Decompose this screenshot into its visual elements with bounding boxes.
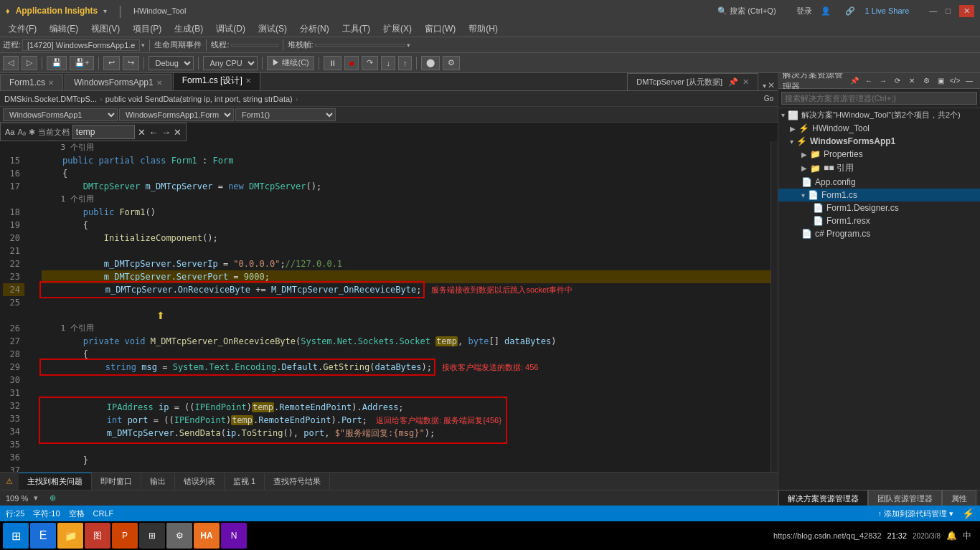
- menu-view[interactable]: 视图(V): [85, 22, 126, 37]
- process-dropdown[interactable]: ▾: [141, 42, 145, 49]
- bottom-tab-watch[interactable]: 监视 1: [225, 473, 265, 490]
- stop-btn[interactable]: ■: [344, 56, 359, 70]
- stack-selector[interactable]: [315, 44, 405, 47]
- se-bottom-tab-props[interactable]: 属性: [942, 490, 976, 506]
- menu-extensions[interactable]: 扩展(X): [377, 22, 418, 37]
- taskbar-ha[interactable]: HA: [194, 523, 220, 549]
- find-close-btn[interactable]: ✕: [138, 127, 146, 138]
- bottom-tab-findsym[interactable]: 查找符号结果: [265, 473, 330, 490]
- nav-namespace-select[interactable]: WindowsFormsApp1: [3, 108, 118, 121]
- redo-btn[interactable]: ↪: [123, 56, 139, 70]
- se-project-wfa[interactable]: ▾ ⚡ WindowsFormsApp1: [778, 135, 980, 148]
- search-box[interactable]: 🔍 搜索 (Ctrl+Q): [717, 6, 776, 16]
- se-sync-icon[interactable]: ⟳: [891, 75, 904, 87]
- tab-form1cs[interactable]: Form1.cs ✕: [0, 74, 63, 90]
- bottom-tab-errors[interactable]: 错误列表: [175, 473, 225, 490]
- menu-build[interactable]: 生成(B): [169, 22, 209, 37]
- breakpoint-btn[interactable]: ⬤: [421, 56, 440, 70]
- menu-test[interactable]: 测试(S): [253, 22, 293, 37]
- menu-project[interactable]: 项目(P): [127, 22, 167, 37]
- bottom-tab-problems[interactable]: 主找到相关问题: [19, 473, 92, 490]
- stack-dropdown[interactable]: ▾: [407, 42, 410, 49]
- back-btn[interactable]: ◁: [3, 56, 19, 70]
- menu-edit[interactable]: 编辑(E): [44, 22, 84, 37]
- se-form1designer[interactable]: 📄 Form1.Designer.cs: [778, 201, 980, 214]
- app-insights-dropdown[interactable]: ▾: [103, 7, 107, 15]
- taskbar-explorer[interactable]: 📁: [57, 523, 83, 549]
- debug-mode-select[interactable]: Debug: [149, 56, 194, 70]
- minimize-btn[interactable]: —: [929, 6, 937, 15]
- save-all-btn[interactable]: 💾+: [70, 56, 94, 70]
- se-back-icon[interactable]: ←: [862, 75, 875, 87]
- step-out-btn[interactable]: ↑: [398, 56, 413, 70]
- se-form1cs[interactable]: ▾ 📄 Form1.cs: [778, 189, 980, 201]
- se-bottom-tab-team[interactable]: 团队资源管理器: [868, 490, 942, 506]
- maximize-btn[interactable]: □: [946, 6, 951, 15]
- process-selector[interactable]: [14720] WindowsFormsApp1.e: [22, 39, 140, 51]
- taskbar-settings[interactable]: ⚙: [166, 523, 192, 549]
- pause-btn[interactable]: ⏸: [324, 56, 341, 70]
- se-refs-folder[interactable]: ▶ 📁 ■■ 引用: [778, 161, 980, 176]
- find-prev-btn[interactable]: ←: [149, 127, 158, 138]
- undo-btn[interactable]: ↩: [103, 56, 120, 70]
- tab-dmtcp-close[interactable]: ✕: [743, 77, 749, 87]
- tab-close-all-btn[interactable]: ✕: [768, 80, 775, 90]
- step-into-btn[interactable]: ↓: [381, 56, 395, 70]
- tab-list-btn[interactable]: ▾: [763, 82, 766, 90]
- menu-analyze[interactable]: 分析(N): [294, 22, 335, 37]
- se-project-hwindow[interactable]: ▶ ⚡ HWindow_Tool: [778, 122, 980, 135]
- code-content[interactable]: 3 个引用 public partial class Form1 : Form …: [39, 141, 771, 472]
- taskbar-edge[interactable]: E: [30, 523, 56, 549]
- settings-btn[interactable]: ⚙: [443, 56, 460, 70]
- se-minus-icon[interactable]: —: [963, 75, 976, 87]
- tab-form1cs-close[interactable]: ✕: [48, 79, 54, 87]
- se-pin-icon[interactable]: 📌: [848, 75, 861, 87]
- taskbar-app1[interactable]: 图: [85, 523, 110, 549]
- se-form1resx[interactable]: 📄 Form1.resx: [778, 214, 980, 227]
- add-source-label[interactable]: ↑ 添加到源代码管理 ▾: [877, 508, 953, 519]
- menu-tools[interactable]: 工具(T): [336, 22, 376, 37]
- menu-window[interactable]: 窗口(W): [419, 22, 461, 37]
- taskbar-lang[interactable]: 中: [963, 530, 971, 542]
- se-close-icon[interactable]: ✕: [905, 75, 918, 87]
- taskbar-vs[interactable]: N: [221, 523, 247, 549]
- se-programcs[interactable]: 📄 c# Program.cs: [778, 227, 980, 240]
- taskbar-win[interactable]: ⊞: [139, 523, 165, 549]
- go-button[interactable]: Go: [764, 95, 773, 103]
- menu-file[interactable]: 文件(F): [3, 22, 42, 37]
- se-maximize-icon[interactable]: ▣: [934, 75, 947, 87]
- start-btn[interactable]: ⊞: [3, 523, 29, 549]
- save-btn[interactable]: 💾: [47, 56, 67, 70]
- forward-btn[interactable]: ▷: [22, 56, 37, 70]
- menu-debug[interactable]: 调试(D): [210, 22, 251, 37]
- se-solution-root[interactable]: ▾ ⬜ 解决方案"HWindow_Tool"(第2个项目，共2个): [778, 108, 980, 122]
- se-appconfig[interactable]: 📄 App.config: [778, 176, 980, 189]
- find-next-btn[interactable]: →: [161, 127, 171, 138]
- se-gear-icon[interactable]: ⚙: [920, 75, 933, 87]
- tab-form1-design[interactable]: Form1.cs [设计] ✕: [173, 73, 260, 90]
- se-bottom-tab-se[interactable]: 解决方案资源管理器: [778, 490, 868, 506]
- continue-btn[interactable]: ▶ 继续(C): [267, 56, 314, 70]
- taskbar-ppt[interactable]: P: [112, 523, 138, 549]
- step-over-btn[interactable]: ↷: [362, 56, 378, 70]
- login-label[interactable]: 登录: [796, 6, 812, 16]
- zoom-icon[interactable]: ⊕: [50, 493, 56, 503]
- bottom-tab-output[interactable]: 输出: [141, 473, 175, 490]
- close-btn[interactable]: ✕: [959, 5, 974, 17]
- se-properties-folder[interactable]: ▶ 📁 Properties: [778, 148, 980, 161]
- live-share-label[interactable]: 1 Live Share: [865, 6, 910, 15]
- taskbar-notif[interactable]: 🔔: [946, 531, 957, 541]
- se-code-icon[interactable]: </>: [948, 75, 961, 87]
- se-forward-icon[interactable]: →: [877, 75, 890, 87]
- tab-design-close[interactable]: ✕: [245, 77, 251, 85]
- nav-class-select[interactable]: WindowsFormsApp1.Form1: [119, 108, 234, 121]
- find-input[interactable]: [72, 125, 136, 139]
- cpu-select[interactable]: Any CPU: [203, 56, 258, 70]
- menu-help[interactable]: 帮助(H): [463, 22, 504, 37]
- tab-dmtcp[interactable]: DMTcpServer [从元数据] 📌 ✕: [627, 73, 758, 90]
- thread-selector[interactable]: [231, 44, 278, 47]
- tab-windowsformsapp1[interactable]: WindowsFormsApp1 ✕: [65, 74, 171, 90]
- tab-dmtcp-pin[interactable]: 📌: [728, 77, 738, 87]
- find-close2-btn[interactable]: ✕: [174, 127, 182, 138]
- bottom-tab-immediate[interactable]: 即时窗口: [92, 473, 141, 490]
